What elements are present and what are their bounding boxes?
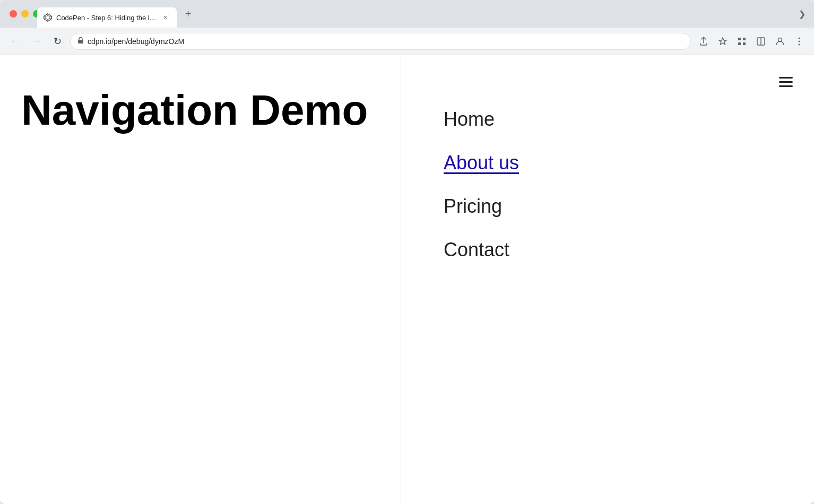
share-icon: [699, 37, 708, 46]
tab-bar: CodePen - Step 6: Hiding the l… × + ❯: [0, 0, 814, 28]
nav-item-contact[interactable]: Contact: [444, 228, 782, 272]
forward-icon: →: [31, 36, 41, 47]
svg-marker-1: [46, 15, 50, 20]
reload-button[interactable]: ↻: [49, 33, 66, 50]
svg-rect-9: [738, 38, 741, 40]
more-icon: [798, 37, 800, 46]
bookmark-button[interactable]: [714, 33, 731, 50]
nav-item-about[interactable]: About us: [444, 141, 782, 185]
star-icon: [718, 37, 728, 46]
svg-point-16: [799, 37, 800, 39]
reload-icon: ↻: [54, 36, 62, 47]
active-tab[interactable]: CodePen - Step 6: Hiding the l… ×: [37, 7, 177, 28]
nav-item-home[interactable]: Home: [444, 98, 782, 141]
nav-item-pricing[interactable]: Pricing: [444, 185, 782, 228]
nav-link-pricing[interactable]: Pricing: [444, 185, 782, 228]
main-content-area: Navigation Demo: [0, 55, 401, 504]
extensions-icon: [737, 37, 747, 46]
hamburger-line-3: [779, 85, 793, 87]
browser-window: CodePen - Step 6: Hiding the l… × + ❯ ← …: [0, 0, 814, 504]
nav-link-contact[interactable]: Contact: [444, 228, 782, 272]
lock-icon: [77, 37, 84, 46]
tab-list-chevron-icon[interactable]: ❯: [799, 10, 806, 19]
more-options-button[interactable]: [791, 33, 808, 50]
nav-list: Home About us Pricing Contact: [444, 98, 782, 272]
traffic-lights: [10, 10, 40, 18]
profile-icon: [775, 37, 785, 46]
svg-rect-10: [743, 38, 746, 40]
tab-title: CodePen - Step 6: Hiding the l…: [56, 14, 157, 22]
codepen-favicon: [44, 13, 52, 22]
svg-rect-8: [78, 40, 83, 44]
forward-button[interactable]: →: [28, 33, 45, 50]
toolbar: ← → ↻ cdpn.io/pen/debug/dymzOzM: [0, 28, 814, 55]
hamburger-line-2: [779, 81, 793, 83]
tab-close-button[interactable]: ×: [161, 13, 170, 22]
svg-rect-12: [743, 42, 746, 45]
hamburger-line-1: [779, 77, 793, 79]
svg-point-18: [799, 44, 800, 45]
share-button[interactable]: [695, 33, 712, 50]
nav-link-home[interactable]: Home: [444, 98, 782, 141]
toolbar-actions: [695, 33, 808, 50]
extensions-button[interactable]: [733, 33, 750, 50]
back-button[interactable]: ←: [6, 33, 23, 50]
nav-panel: Home About us Pricing Contact: [401, 55, 814, 504]
hamburger-button[interactable]: [772, 71, 793, 92]
back-icon: ←: [10, 36, 20, 47]
new-tab-button[interactable]: +: [181, 6, 196, 21]
tab-bar-right: ❯: [799, 9, 806, 19]
split-icon: [756, 37, 766, 46]
profile-button[interactable]: [772, 33, 789, 50]
url-text: cdpn.io/pen/debug/dymzOzM: [88, 37, 184, 46]
nav-link-about[interactable]: About us: [444, 141, 782, 185]
close-traffic-light[interactable]: [10, 10, 17, 18]
svg-rect-11: [738, 42, 741, 45]
page-content: Navigation Demo Home About us Pric: [0, 55, 814, 504]
page-heading: Navigation Demo: [21, 87, 368, 134]
svg-point-17: [799, 40, 800, 42]
minimize-traffic-light[interactable]: [21, 10, 29, 18]
address-bar[interactable]: cdpn.io/pen/debug/dymzOzM: [70, 33, 691, 50]
split-view-button[interactable]: [752, 33, 769, 50]
